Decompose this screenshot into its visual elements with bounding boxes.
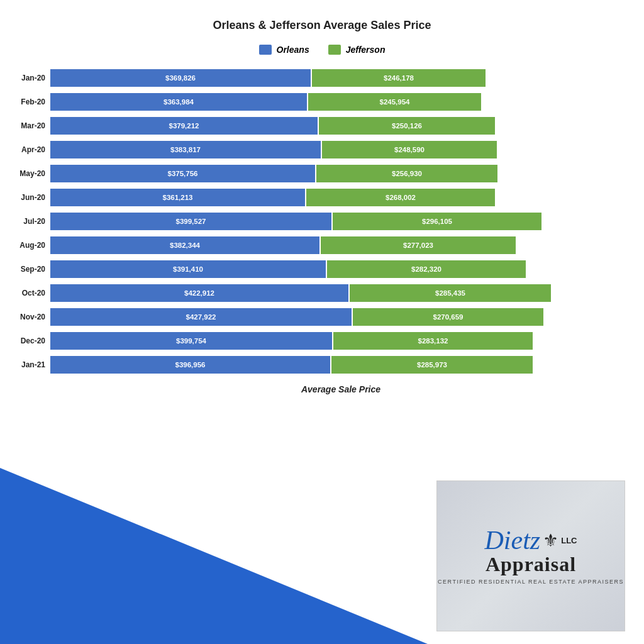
bar-month-label: Jun-20: [14, 193, 50, 202]
bar-jefferson: $283,132: [333, 332, 533, 350]
bar-month-label: Oct-20: [14, 289, 50, 297]
bar-orleans: $391,410: [50, 260, 326, 278]
chart-title: Orleans & Jefferson Average Sales Price: [13, 19, 631, 32]
logo-appraisal-text: Appraisal: [438, 553, 624, 575]
bar-orleans: $399,527: [50, 213, 331, 230]
bar-row: Jul-20$399,527$296,105: [50, 211, 631, 232]
bar-group: $427,922$270,659: [50, 308, 631, 326]
legend-item-jefferson: Jefferson: [328, 45, 386, 55]
bar-jefferson: $285,435: [350, 284, 551, 302]
logo-title-row: Dietz ⚜ LLC: [438, 527, 624, 553]
bar-group: $391,410$282,320: [50, 260, 631, 278]
bar-jefferson: $245,954: [308, 93, 481, 111]
logo-fleur-icon: ⚜: [543, 530, 558, 551]
bar-orleans: $375,756: [50, 165, 315, 182]
orleans-swatch: [259, 45, 272, 55]
bar-group: $396,956$285,973: [50, 356, 631, 374]
bar-orleans: $369,826: [50, 69, 311, 87]
bar-row: Aug-20$382,344$277,023: [50, 235, 631, 256]
bar-month-label: Aug-20: [14, 241, 50, 250]
bar-row: Oct-20$422,912$285,435: [50, 282, 631, 304]
bottom-triangle: [0, 468, 428, 644]
jefferson-swatch: [328, 45, 341, 55]
bar-group: $422,912$285,435: [50, 284, 631, 302]
bar-row: Jan-20$369,826$246,178: [50, 67, 631, 89]
chart-container: Orleans & Jefferson Average Sales Price …: [0, 0, 644, 401]
bars-section: Jan-20$369,826$246,178Feb-20$363,984$245…: [13, 67, 631, 375]
bar-jefferson: $268,002: [306, 189, 495, 206]
bar-row: Jun-20$361,213$268,002: [50, 187, 631, 208]
bar-month-label: Apr-20: [14, 145, 50, 154]
bar-group: $399,527$296,105: [50, 213, 631, 230]
legend-orleans-label: Orleans: [277, 45, 309, 55]
bar-jefferson: $270,659: [353, 308, 543, 326]
bar-month-label: May-20: [14, 169, 50, 178]
bar-row: Jan-21$396,956$285,973: [50, 354, 631, 375]
bar-month-label: Dec-20: [14, 336, 50, 345]
bar-jefferson: $246,178: [312, 69, 486, 87]
bar-row: Apr-20$383,817$248,590: [50, 139, 631, 160]
bar-jefferson: $277,023: [321, 236, 516, 254]
bar-group: $363,984$245,954: [50, 93, 631, 111]
legend: Orleans Jefferson: [13, 45, 631, 55]
x-axis-label: Average Sale Price: [50, 384, 631, 394]
bar-orleans: $363,984: [50, 93, 307, 111]
logo-content: Dietz ⚜ LLC Appraisal CERTIFIED RESIDENT…: [438, 527, 624, 584]
bar-row: Mar-20$379,212$250,126: [50, 115, 631, 136]
legend-item-orleans: Orleans: [259, 45, 309, 55]
bar-month-label: Sep-20: [14, 265, 50, 274]
bar-row: Nov-20$427,922$270,659: [50, 306, 631, 328]
bar-jefferson: $296,105: [333, 213, 541, 230]
bar-orleans: $379,212: [50, 117, 318, 135]
bar-jefferson: $282,320: [327, 260, 526, 278]
bar-jefferson: $248,590: [322, 141, 497, 158]
logo-subtitle-text: CERTIFIED RESIDENTIAL REAL ESTATE APPRAI…: [438, 579, 624, 585]
bar-group: $369,826$246,178: [50, 69, 631, 87]
bar-group: $399,754$283,132: [50, 332, 631, 350]
bar-orleans: $383,817: [50, 141, 321, 158]
logo-llc-text: LLC: [561, 536, 577, 545]
bar-month-label: Feb-20: [14, 97, 50, 106]
bar-orleans: $382,344: [50, 236, 319, 254]
bar-orleans: $396,956: [50, 356, 330, 374]
bar-month-label: Nov-20: [14, 313, 50, 321]
logo-dietz-text: Dietz: [485, 527, 541, 553]
bar-group: $361,213$268,002: [50, 189, 631, 206]
bar-month-label: Jan-21: [14, 360, 50, 369]
bar-row: Dec-20$399,754$283,132: [50, 330, 631, 352]
bar-group: $382,344$277,023: [50, 236, 631, 254]
bar-month-label: Jul-20: [14, 217, 50, 226]
bar-row: May-20$375,756$256,930: [50, 163, 631, 184]
bar-orleans: $422,912: [50, 284, 348, 302]
bar-orleans: $399,754: [50, 332, 332, 350]
bar-row: Feb-20$363,984$245,954: [50, 91, 631, 113]
bar-group: $375,756$256,930: [50, 165, 631, 182]
legend-jefferson-label: Jefferson: [346, 45, 386, 55]
bar-orleans: $361,213: [50, 189, 305, 206]
bar-jefferson: $285,973: [331, 356, 533, 374]
bar-jefferson: $250,126: [319, 117, 495, 135]
logo-box: Dietz ⚜ LLC Appraisal CERTIFIED RESIDENT…: [436, 480, 625, 631]
bar-orleans: $427,922: [50, 308, 352, 326]
bar-row: Sep-20$391,410$282,320: [50, 258, 631, 280]
bar-jefferson: $256,930: [316, 165, 497, 182]
bar-group: $383,817$248,590: [50, 141, 631, 158]
bar-group: $379,212$250,126: [50, 117, 631, 135]
bar-month-label: Mar-20: [14, 121, 50, 130]
bar-month-label: Jan-20: [14, 74, 50, 82]
